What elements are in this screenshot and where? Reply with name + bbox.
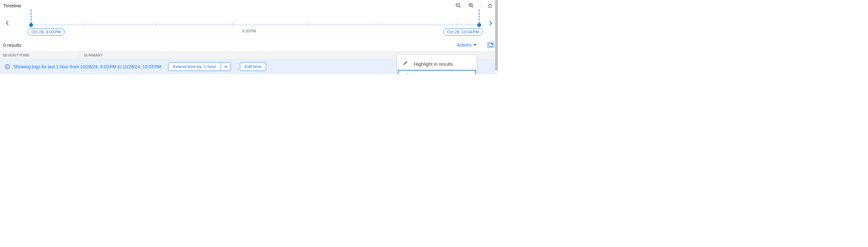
info-icon bbox=[4, 64, 10, 70]
vertical-scrollbar[interactable] bbox=[495, 0, 498, 74]
expand-panel-button[interactable] bbox=[487, 42, 494, 48]
menu-item-highlight-in-results[interactable]: Highlight in results bbox=[397, 58, 476, 70]
toolbar-divider bbox=[482, 42, 482, 49]
info-text: Showing logs for last 1 hour from 10/28/… bbox=[13, 64, 162, 69]
track-ticks bbox=[31, 23, 479, 27]
column-time[interactable]: Time bbox=[18, 51, 80, 59]
svg-line-4 bbox=[472, 6, 473, 8]
results-count: 0 results bbox=[3, 42, 22, 48]
timeline-prev-button[interactable] bbox=[4, 19, 11, 27]
timeline-track[interactable]: Oct 28, 9:03 PM 9:30 PM Oct 28, 10:04 PM bbox=[17, 13, 481, 33]
range-start-chip[interactable]: Oct 28, 9:03 PM bbox=[28, 28, 65, 36]
highlighter-icon bbox=[402, 61, 409, 67]
header-toolbar bbox=[455, 2, 494, 9]
chevron-down-icon bbox=[473, 44, 476, 46]
actions-dropdown-button[interactable]: Actions bbox=[457, 42, 476, 48]
range-start-handle[interactable] bbox=[29, 23, 33, 27]
zoom-out-icon[interactable] bbox=[455, 2, 462, 9]
menu-item-label: Highlight in results bbox=[414, 61, 453, 67]
actions-menu: Highlight in results Create metric Creat… bbox=[397, 55, 476, 74]
zoom-in-icon[interactable] bbox=[468, 2, 475, 9]
menu-item-label: Create metric bbox=[414, 74, 443, 75]
range-end-chip[interactable]: Oct 28, 10:04 PM bbox=[443, 28, 483, 36]
edit-time-button[interactable]: Edit time bbox=[240, 62, 267, 71]
svg-line-1 bbox=[459, 6, 461, 8]
scrollbar-thumb[interactable] bbox=[495, 0, 498, 71]
timeline-center-label: 9:30 PM bbox=[242, 29, 256, 33]
extend-time-more-button[interactable] bbox=[221, 62, 230, 71]
actions-label: Actions bbox=[457, 42, 471, 48]
collapse-icon[interactable] bbox=[487, 2, 494, 9]
svg-point-12 bbox=[7, 65, 8, 66]
timeline-panel: Oct 28, 9:03 PM 9:30 PM Oct 28, 10:04 PM bbox=[0, 10, 498, 35]
extend-time-group: Extend time by: 1 hour bbox=[168, 62, 231, 71]
svg-marker-8 bbox=[473, 44, 476, 46]
page-title: Timeline bbox=[3, 3, 21, 8]
range-end-handle[interactable] bbox=[477, 23, 481, 27]
toolbar-divider bbox=[480, 2, 481, 9]
menu-item-create-metric[interactable]: Create metric bbox=[398, 70, 476, 74]
column-severity[interactable]: Severity bbox=[0, 51, 18, 59]
extend-time-button[interactable]: Extend time by: 1 hour bbox=[168, 62, 221, 71]
chevron-down-icon bbox=[224, 65, 228, 68]
metric-icon bbox=[403, 73, 409, 74]
timeline-next-button[interactable] bbox=[487, 19, 494, 27]
